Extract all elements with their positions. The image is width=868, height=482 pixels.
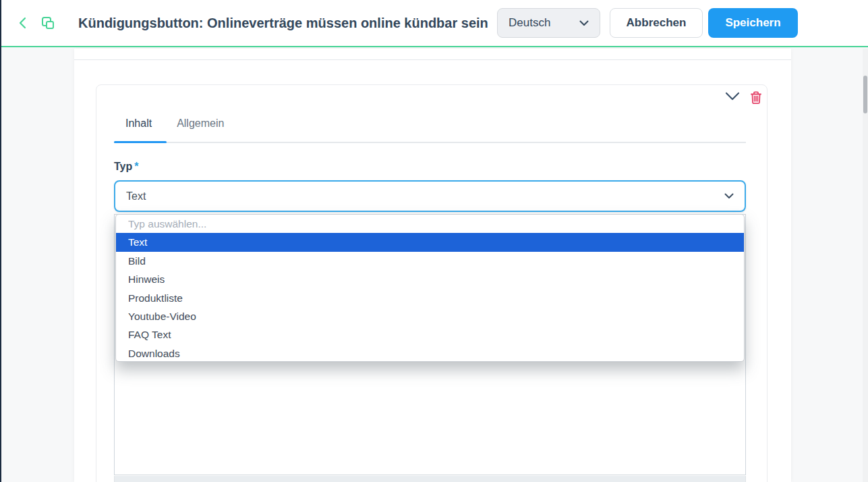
typ-field-label: Typ* bbox=[114, 161, 139, 173]
panel-divider bbox=[74, 59, 791, 60]
tab-inhalt[interactable]: Inhalt bbox=[114, 105, 163, 142]
trash-icon bbox=[749, 90, 763, 105]
delete-button[interactable] bbox=[749, 90, 763, 105]
copy-icon bbox=[40, 16, 55, 30]
left-panel-edge bbox=[0, 0, 1, 482]
collapse-button[interactable] bbox=[725, 92, 740, 101]
tab-bar bbox=[114, 142, 746, 143]
chevron-down-icon bbox=[724, 193, 734, 199]
tab-list: Inhalt Allgemein bbox=[114, 105, 235, 142]
dropdown-option-downloads[interactable]: Downloads bbox=[116, 344, 744, 362]
dropdown-option-placeholder[interactable]: Typ auswählen... bbox=[116, 215, 744, 233]
content-panel: Inhalt Allgemein Typ* Text Typ bbox=[74, 49, 791, 482]
language-select-value: Deutsch bbox=[509, 16, 550, 30]
content-area: Inhalt Allgemein Typ* Text Typ bbox=[0, 47, 868, 482]
page-title: Kündigungsbutton: Onlineverträge müssen … bbox=[78, 16, 488, 31]
dropdown-option-text[interactable]: Text bbox=[116, 233, 744, 251]
active-tab-indicator bbox=[114, 141, 167, 143]
header: Kündigungsbutton: Onlineverträge müssen … bbox=[0, 0, 868, 47]
cancel-button[interactable]: Abbrechen bbox=[610, 8, 703, 38]
typ-field-label-text: Typ bbox=[114, 161, 132, 172]
language-select[interactable]: Deutsch bbox=[497, 8, 600, 38]
typ-dropdown: Typ auswählen... Text Bild Hinweis Produ… bbox=[115, 214, 745, 362]
duplicate-button[interactable] bbox=[40, 16, 55, 30]
dropdown-option-hinweis[interactable]: Hinweis bbox=[116, 270, 744, 288]
screen: Kündigungsbutton: Onlineverträge müssen … bbox=[0, 0, 868, 482]
typ-select[interactable]: Text bbox=[114, 180, 746, 212]
required-asterisk: * bbox=[134, 161, 138, 172]
dropdown-option-produktliste[interactable]: Produktliste bbox=[116, 289, 744, 307]
dropdown-option-bild[interactable]: Bild bbox=[116, 252, 744, 270]
typ-select-value: Text bbox=[126, 190, 146, 203]
save-button[interactable]: Speichern bbox=[708, 8, 798, 38]
tab-allgemein[interactable]: Allgemein bbox=[165, 105, 235, 142]
scrollbar-thumb[interactable] bbox=[863, 76, 867, 113]
editor-footer bbox=[114, 476, 746, 482]
content-card: Inhalt Allgemein Typ* Text Typ bbox=[96, 84, 768, 482]
chevron-down-icon bbox=[579, 20, 589, 26]
dropdown-option-youtube-video[interactable]: Youtube-Video bbox=[116, 307, 744, 325]
scrollbar[interactable] bbox=[863, 49, 868, 482]
back-button[interactable] bbox=[18, 17, 28, 29]
chevron-left-icon bbox=[18, 17, 28, 29]
chevron-down-icon bbox=[725, 92, 740, 101]
dropdown-option-faq-text[interactable]: FAQ Text bbox=[116, 325, 744, 344]
